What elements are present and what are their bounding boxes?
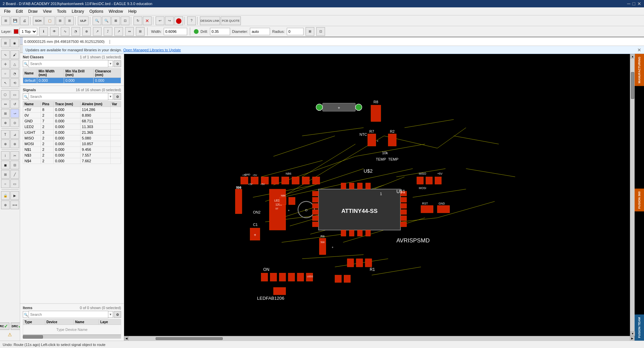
menu-options[interactable]: Options — [87, 8, 106, 14]
toolbar-btn-zoom-out[interactable]: 🔍 — [93, 16, 101, 25]
table-row[interactable]: N$4 2 0.000 7.662 — [23, 158, 121, 164]
horizontal-scrollbar[interactable]: ◀ ▶ — [124, 336, 635, 341]
toolbar-btn-zoom-fit[interactable]: ⊠ — [111, 16, 120, 25]
ltb-mirror[interactable]: ⇔ — [1, 100, 10, 108]
close-button[interactable]: ✕ — [637, 1, 641, 6]
toolbar-btn-save[interactable]: 💾 — [11, 16, 19, 25]
ltb-poly[interactable]: ⬡ — [1, 90, 10, 99]
table-row[interactable]: default 0.000 0.000 0.000 — [23, 78, 121, 83]
ltb-dim[interactable]: ⊿ — [10, 130, 19, 139]
tool-extra1[interactable]: ⊠ — [306, 27, 314, 36]
tool-eye[interactable]: 👁 — [50, 27, 59, 36]
toolbar-btn-stop[interactable]: ⬤ — [174, 16, 183, 25]
table-row[interactable]: GND 7 0.000 68.711 — [23, 118, 121, 124]
vscroll-down-arrow[interactable]: ▼ — [630, 331, 635, 336]
toolbar-btn-rotate[interactable]: ↻ — [133, 16, 142, 25]
radius-input[interactable] — [287, 28, 304, 35]
minimize-button[interactable]: ─ — [627, 1, 631, 6]
ltb-lock[interactable]: 🔒 — [1, 191, 10, 200]
ltb-route[interactable]: ⤻ — [10, 109, 19, 118]
table-row[interactable]: MISO 2 0.000 5.080 — [23, 135, 121, 141]
tool-mirror[interactable]: ⇔ — [125, 27, 134, 36]
toolbar-btn-design-link[interactable]: DESIGN LINK — [200, 16, 220, 25]
sidebar-manufacturing[interactable]: MANUFACTURING — [635, 54, 644, 86]
table-row[interactable]: LIGHT 3 0.000 21.365 — [23, 130, 121, 135]
toolbar-btn-copy[interactable]: ⊞ — [56, 16, 64, 25]
signals-search-input[interactable] — [29, 93, 108, 100]
ltb-pad[interactable]: ◼ — [1, 161, 10, 169]
diameter-input[interactable] — [250, 28, 270, 35]
toolbar-btn-print[interactable]: 🖨 — [20, 16, 29, 25]
toolbar-btn-help[interactable]: ? — [187, 16, 196, 25]
ltb-grid[interactable]: ⊞ — [1, 39, 10, 47]
update-close-button[interactable]: ✕ — [637, 47, 641, 53]
menu-library[interactable]: Library — [69, 8, 87, 14]
menu-tools[interactable]: Tools — [54, 8, 69, 14]
toolbar-btn-delete[interactable]: ✕ — [143, 16, 152, 25]
toolbar-btn-ulp[interactable]: ULP — [78, 16, 89, 25]
toolbar-btn-zoom-in[interactable]: 🔍 — [102, 16, 111, 25]
ltb-spin[interactable]: ↺ — [10, 100, 19, 108]
toolbar-btn-sch[interactable]: SCH — [33, 16, 44, 25]
ltb-circle2[interactable]: ○ — [1, 179, 10, 188]
tool-extra2[interactable]: ⊡ — [316, 27, 325, 36]
vscroll-up-arrow[interactable]: ▲ — [630, 54, 635, 59]
panel-hscroll[interactable] — [23, 335, 121, 339]
ltb-measure[interactable]: ⟺ — [10, 200, 19, 209]
ltb-opt[interactable]: ⊙ — [10, 118, 19, 127]
ltb-arc[interactable]: ◔ — [10, 69, 19, 78]
menu-file[interactable]: File — [1, 8, 13, 14]
sidebar-fusion-team[interactable]: FUSION TEAM — [635, 314, 644, 341]
toolbar-btn-grid[interactable]: ⊞ — [1, 16, 10, 25]
ltb-line[interactable]: ╱ — [10, 170, 19, 179]
ltb-info[interactable]: i — [1, 151, 10, 160]
ltb-eye[interactable]: ◉ — [10, 39, 19, 47]
table-row[interactable]: 0V 2 0.000 8.890 — [23, 113, 121, 118]
ltb-circ[interactable]: ○ — [1, 69, 10, 78]
ltb-rect[interactable]: ▭ — [10, 90, 19, 99]
signals-filter-btn[interactable]: ⚙ — [114, 93, 121, 100]
ltb-run[interactable]: ▶ — [10, 191, 19, 200]
menu-view[interactable]: View — [40, 8, 54, 14]
tool-arc[interactable]: ◔ — [71, 27, 80, 36]
ltb-fan[interactable]: ⊕ — [1, 118, 10, 127]
table-row[interactable]: LED2 2 0.000 11.303 — [23, 124, 121, 130]
tool-curve[interactable]: ∿ — [61, 27, 69, 36]
table-row[interactable]: +5V 8 0.000 114.286 — [23, 107, 121, 113]
ltb-hole[interactable]: ⊕ — [1, 139, 10, 148]
ltb-add[interactable]: △ — [10, 60, 19, 68]
drill-input[interactable] — [210, 28, 230, 35]
toolbar-btn-redo[interactable]: ↪ — [165, 16, 174, 25]
maximize-button[interactable]: □ — [633, 1, 635, 6]
tool-route[interactable]: ⤴ — [104, 27, 112, 36]
tool-info[interactable]: ℹ — [39, 27, 48, 36]
vscroll-thumb[interactable] — [631, 72, 634, 99]
hscroll-right-arrow[interactable]: ▶ — [630, 336, 635, 341]
toolbar-btn-paste[interactable]: ⊞ — [65, 16, 74, 25]
tool-via[interactable]: ⊕ — [82, 27, 91, 36]
update-link[interactable]: Open Managed Libraries to Update — [123, 48, 181, 52]
items-search-input[interactable] — [29, 311, 108, 318]
toolbar-btn-brd[interactable]: 📋 — [44, 16, 55, 25]
ltb-move[interactable]: ✛ — [1, 60, 10, 68]
table-row[interactable]: MOSI 2 0.000 10.857 — [23, 141, 121, 147]
hscroll-left-arrow[interactable]: ◀ — [124, 336, 129, 341]
command-input[interactable] — [108, 38, 643, 45]
sidebar-fusion360[interactable]: FUSION 360 — [635, 189, 644, 212]
canvas-area[interactable]: + R8 NTC R7 + R2 10k TEMP TEMP U$2 — [124, 54, 644, 341]
vertical-scrollbar[interactable]: ▲ ▼ — [630, 54, 635, 336]
ltb-rect2[interactable]: ▭ — [10, 179, 19, 188]
items-filter-btn[interactable]: ⚙ — [114, 311, 121, 318]
ltb-zoom[interactable]: ⟲ — [10, 78, 19, 87]
net-classes-filter-btn[interactable]: ⚙ — [114, 60, 121, 67]
table-row[interactable]: N$1 2 0.000 9.456 — [23, 147, 121, 153]
toolbar-btn-pcb-quote[interactable]: PCB QUOTE — [221, 16, 241, 25]
toolbar-btn-undo[interactable]: ↩ — [156, 16, 164, 25]
ltb-wire[interactable]: ∿ — [1, 50, 10, 59]
layer-selector[interactable]: 1 Top — [14, 28, 37, 35]
ltb-text[interactable]: T — [1, 130, 10, 139]
tool-arrow[interactable]: ↗ — [93, 27, 102, 36]
menu-help[interactable]: Help — [126, 8, 140, 14]
toolbar-btn-zoom-area[interactable]: ⊡ — [121, 16, 129, 25]
ltb-group[interactable]: ⊞ — [1, 109, 10, 118]
